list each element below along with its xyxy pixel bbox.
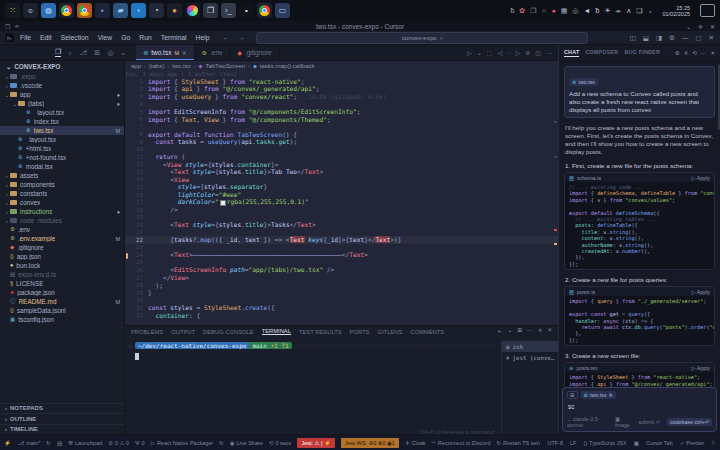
breadcrumb-item[interactable]: two.tsx [172, 63, 191, 69]
sync-icon-2[interactable]: ↻ [219, 440, 224, 446]
app-window-arrow[interactable]: ❐ [203, 3, 218, 18]
chat-tab-composer[interactable]: COMPOSER [585, 49, 618, 57]
submit-label[interactable]: submit ⏎ [638, 419, 660, 425]
activity-more[interactable]: ⌄ [120, 49, 126, 57]
chat-tab-bug-finder[interactable]: BUG FINDER [624, 49, 660, 57]
encoding[interactable]: UTF-8 [547, 440, 563, 446]
display-icon[interactable]: ❏ [636, 7, 642, 14]
run-dropdown[interactable]: ⌄ [477, 49, 482, 56]
discord-reconnect[interactable]: ⌲Reconnect to Discord [432, 439, 491, 446]
app-chrome-2[interactable] [257, 3, 272, 18]
tree-item-components[interactable]: ›components [0, 180, 124, 189]
restart-ts-server[interactable]: ↻Restart TS server [496, 440, 540, 446]
wifi-icon[interactable]: ∧ [626, 7, 631, 14]
menu-terminal[interactable]: Terminal [161, 34, 187, 41]
breadcrumb-item[interactable]: TabTwoScreen [205, 63, 245, 69]
explorer-header[interactable]: ⌄ CONVEX-EXPO [0, 61, 124, 72]
chat-close-icon[interactable]: ✕ [710, 50, 715, 56]
tree-item--tabs-[interactable]: ⌄(tabs)● [0, 99, 124, 108]
app-terminal[interactable]: ›_ [221, 3, 236, 18]
settings-gear-icon[interactable]: ⚙ [669, 34, 675, 42]
close-icon[interactable]: ✕ [609, 392, 613, 398]
problems[interactable]: ⊘0 ⚠ 0 [108, 440, 129, 446]
wm-float-button[interactable]: ✛ [698, 23, 703, 30]
app-files[interactable]: ▰ [113, 3, 128, 18]
menu-edit[interactable]: Edit [40, 34, 52, 41]
app-vscode[interactable]: ‹ [131, 3, 146, 18]
app-chrome-active[interactable] [77, 3, 92, 18]
wm-close-button[interactable]: ✕ [710, 23, 715, 30]
breadcrumb-item[interactable]: app [131, 63, 141, 69]
tree-item--not-found-tsx[interactable]: ⊛+not-found.tsx [0, 153, 124, 162]
chat-history-icon[interactable]: ⟲ [692, 50, 697, 56]
timer[interactable]: ⟲0 secs [269, 440, 292, 446]
tree-item-expo-env-d-ts[interactable]: ▤expo-env.d.ts [0, 270, 124, 279]
bluetooth-icon[interactable]: ƀ [595, 7, 599, 14]
minimize-button[interactable]: — [682, 34, 689, 41]
panel-tab-terminal[interactable]: TERMINAL [262, 328, 291, 335]
tree-item-instructions[interactable]: ›instructions● [0, 207, 124, 216]
terminal-process-jest-conve-[interactable]: ♦jest (conve… [502, 352, 558, 363]
image-button[interactable]: ▣ Image [615, 416, 634, 428]
next-change-icon[interactable]: ▷ [516, 49, 521, 56]
menu-go[interactable]: Go [121, 34, 130, 41]
clock[interactable]: 15:2501/02/2025 [662, 5, 690, 17]
tree-item--expo[interactable]: ›.expo [0, 72, 124, 81]
tree-item-constants[interactable]: ›constants [0, 189, 124, 198]
notifications-bell-icon[interactable]: ⚐ [711, 440, 716, 446]
tree-item-convex[interactable]: ›convex [0, 198, 124, 207]
brightness-icon[interactable]: ☀ [604, 7, 610, 14]
wm-shade-button[interactable]: ⌄ [686, 23, 691, 30]
apply-button[interactable]: ▷ Apply [691, 175, 710, 181]
stacks-icon[interactable]: ▤ [57, 440, 62, 446]
tree-item--layout-tsx[interactable]: ⊛_layout.tsx [0, 108, 124, 117]
codebase-button[interactable]: codebase ctrl+⏎ [667, 418, 712, 426]
app-launcher[interactable]: ⁙ [5, 3, 20, 18]
panel-tab-ports[interactable]: PORTS [350, 329, 370, 335]
disc-icon[interactable]: ◎ [572, 7, 578, 14]
panel-tab-test-results[interactable]: TEST RESULTS [299, 329, 342, 335]
layout-panel-icon[interactable]: ⬓ [643, 34, 649, 42]
app-pet[interactable]: ● [167, 3, 182, 18]
activity-source-control[interactable]: ⎇ [79, 49, 87, 57]
activity-search[interactable]: ⌕ [68, 49, 72, 57]
record-icon[interactable]: ● [551, 7, 555, 14]
app-gauge[interactable]: ◔ [149, 3, 164, 18]
chat-more-icon[interactable]: ⋯ [701, 50, 707, 56]
app-dark[interactable]: ▪ [95, 3, 110, 18]
close-panel-icon[interactable]: ✕ [547, 327, 552, 336]
volume-icon[interactable]: ◄ [583, 7, 590, 14]
new-chat-icon[interactable]: ✛ [684, 50, 689, 56]
tab--gitignore[interactable]: ◆.gitignore [230, 45, 279, 60]
close-icon[interactable]: ✕ [182, 50, 187, 56]
workspace-switcher[interactable] [700, 4, 715, 17]
jest-status[interactable]: Jest: ⚠ | ⚡ [297, 438, 334, 448]
chat-settings-icon[interactable]: ⚙ [675, 50, 680, 56]
activity-extensions[interactable]: ⊞ [94, 49, 100, 57]
tree-item-bun-lock[interactable]: ●bun.lock [0, 261, 124, 270]
tree-item-node-modules[interactable]: ›node_modules [0, 216, 124, 225]
menu-selection[interactable]: Selection [61, 34, 89, 41]
tree-item--env-example[interactable]: ⚙.env.exampleM [0, 234, 124, 243]
camera-icon[interactable]: ▦ [561, 7, 568, 14]
rn-packager[interactable]: ▷React Native Packager [151, 440, 213, 446]
headset-icon[interactable]: ∩ [541, 7, 546, 14]
tree-item-README-md[interactable]: ⓘREADME.mdM [0, 297, 124, 306]
panel-tab-comments[interactable]: COMMENTS [410, 329, 444, 335]
more-icon[interactable]: ⋯ [527, 327, 533, 336]
terminal-dropdown-icon[interactable]: ⌄ [507, 327, 512, 336]
menu-file[interactable]: File [20, 34, 31, 41]
terminal-process-zsh[interactable]: ▣zsh [502, 341, 558, 352]
sync-icon[interactable]: ↻ [46, 440, 51, 446]
prev-change-icon[interactable]: ◁ [497, 49, 502, 56]
app-tweaks[interactable]: ⌯ [23, 3, 38, 18]
run-button[interactable]: ▷ [467, 49, 472, 56]
tree-item-two-tsx[interactable]: ⊛two.tsxM [0, 126, 124, 135]
close-button[interactable]: ✕ [709, 34, 714, 42]
tree-item--vscode[interactable]: ›.vscode [0, 81, 124, 90]
tree-item-LICENSE[interactable]: §LICENSE [0, 279, 124, 288]
chat-tab-chat[interactable]: CHAT [564, 49, 579, 57]
crop-icon[interactable]: ⬚ [487, 49, 493, 56]
language-mode[interactable]: ()TypeScript JSX [583, 440, 626, 446]
chat-input-box[interactable]: ⊞ ⊛ two.tsx ✕ sc ⌄ claude-3.5-sonnet ▣ I… [562, 387, 717, 432]
